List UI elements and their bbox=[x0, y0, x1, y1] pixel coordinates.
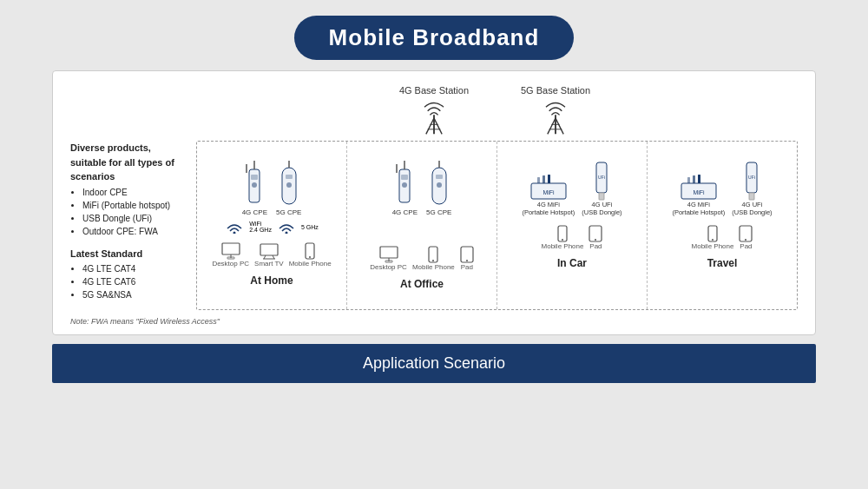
svg-line-2 bbox=[434, 118, 442, 134]
diagram: 4G Base Station 5G Base Station bbox=[70, 85, 798, 326]
footer-bar: Application Scenario bbox=[52, 344, 816, 383]
svg-rect-64 bbox=[749, 193, 754, 200]
scenario-in-car: MiFi 4G MiFi(Portable Hotspot) bbox=[497, 142, 648, 309]
standard-item-1: 4G LTE CAT4 bbox=[82, 262, 187, 275]
svg-rect-16 bbox=[286, 175, 293, 179]
main-card: 4G Base Station 5G Base Station bbox=[52, 70, 816, 335]
4g-cpe-icon bbox=[242, 161, 266, 208]
svg-line-1 bbox=[426, 118, 434, 134]
standards-list: 4G LTE CAT4 4G LTE CAT6 5G SA&NSA bbox=[70, 262, 187, 301]
svg-rect-31 bbox=[401, 175, 408, 180]
mobile-phone-travel-icon bbox=[707, 225, 718, 242]
scenario-travel: MiFi 4G MiFi(Portable Hotspot) bbox=[648, 142, 797, 309]
product-item-2: MiFi (Portable hotspot) bbox=[82, 199, 187, 212]
svg-point-45 bbox=[466, 260, 468, 261]
svg-point-37 bbox=[437, 182, 442, 188]
desktop-pc-office-col: Desktop PC bbox=[370, 246, 407, 271]
svg-rect-11 bbox=[251, 175, 258, 180]
wifi-5g-icon bbox=[277, 220, 296, 234]
svg-rect-48 bbox=[537, 177, 540, 183]
pad-car-icon bbox=[589, 225, 602, 242]
mobile-phone-office-col: Mobile Phone bbox=[412, 246, 455, 271]
in-car-4g-mifi: MiFi 4G MiFi(Portable Hotspot) bbox=[522, 175, 575, 216]
5g-base-station-label: 5G Base Station bbox=[521, 85, 590, 96]
info-panel: Diverse products, suitable for all types… bbox=[70, 141, 196, 310]
page-title: Mobile Broadband bbox=[294, 16, 575, 60]
product-item-3: USB Dongle (UFi) bbox=[82, 212, 187, 225]
5g-cpe-icon bbox=[277, 161, 301, 208]
travel-4g-mifi: MiFi 4G MiFi(Portable Hotspot) bbox=[672, 175, 725, 216]
smart-tv-col: Smart TV bbox=[254, 242, 284, 268]
mobile-phone-office-icon bbox=[428, 246, 438, 263]
pad-travel-col: Pad bbox=[739, 225, 753, 250]
travel-4g-ufi-icon: UFi bbox=[744, 162, 760, 201]
mobile-phone-icon-home bbox=[305, 242, 315, 260]
in-car-4g-ufi: UFi 4G UFi(USB Dongle) bbox=[582, 162, 621, 216]
svg-point-67 bbox=[712, 239, 713, 241]
latest-standard-title: Latest Standard bbox=[70, 247, 187, 261]
desktop-pc-office-icon bbox=[379, 246, 398, 263]
svg-point-69 bbox=[745, 239, 746, 241]
in-car-bottom-icons: Mobile Phone Pad bbox=[542, 225, 603, 250]
4g-tower-icon bbox=[418, 99, 450, 137]
at-office-4g-cpe: 4G CPE bbox=[392, 161, 418, 216]
pad-car-col: Pad bbox=[589, 225, 602, 250]
content-row: Diverse products, suitable for all types… bbox=[70, 141, 798, 310]
svg-line-6 bbox=[548, 118, 556, 134]
svg-line-7 bbox=[556, 118, 563, 134]
5g-tower-icon bbox=[539, 99, 572, 137]
svg-rect-21 bbox=[222, 243, 240, 254]
scenario-at-home: 4G CPE 5G CPE bbox=[197, 142, 347, 309]
travel-4g-mifi-icon: MiFi bbox=[681, 175, 717, 201]
svg-line-25 bbox=[264, 255, 266, 259]
svg-point-17 bbox=[286, 182, 292, 188]
svg-point-29 bbox=[309, 256, 311, 258]
product-item-4: Outdoor CPE: FWA bbox=[82, 225, 187, 238]
product-item-1: Indoor CPE bbox=[82, 186, 187, 199]
desktop-pc-col: Desktop PC bbox=[212, 242, 249, 268]
scenario-at-office: 4G CPE 5G CPE bbox=[347, 142, 497, 309]
svg-point-32 bbox=[402, 182, 407, 188]
svg-point-57 bbox=[595, 239, 596, 241]
svg-rect-52 bbox=[599, 193, 604, 200]
svg-line-26 bbox=[273, 255, 274, 259]
svg-text:UFi: UFi bbox=[749, 175, 756, 180]
svg-point-43 bbox=[432, 260, 434, 261]
svg-rect-60 bbox=[687, 177, 690, 183]
fwa-note: Note: FWA means "Fixed Wireless Access" bbox=[70, 317, 798, 326]
at-office-title: At Office bbox=[400, 278, 444, 290]
base-stations-row: 4G Base Station 5G Base Station bbox=[70, 85, 798, 137]
4g-base-station-label: 4G Base Station bbox=[399, 85, 469, 96]
standard-item-2: 4G LTE CAT6 bbox=[82, 275, 187, 288]
travel-4g-ufi: UFi 4G UFi(USB Dongle) bbox=[732, 162, 772, 216]
in-car-title: In Car bbox=[557, 257, 587, 269]
svg-rect-62 bbox=[698, 175, 700, 183]
travel-title: Travel bbox=[707, 257, 738, 269]
wifi-24g-icon bbox=[225, 220, 244, 234]
svg-rect-50 bbox=[548, 175, 550, 183]
svg-point-19 bbox=[233, 232, 236, 235]
at-office-bottom-icons: Desktop PC Mobile Phone bbox=[370, 246, 474, 271]
scenarios-box: 4G CPE 5G CPE bbox=[196, 141, 798, 310]
mobile-phone-car-icon bbox=[557, 225, 568, 242]
footer-title: Application Scenario bbox=[363, 354, 505, 372]
mobile-phone-car-col: Mobile Phone bbox=[542, 225, 584, 250]
svg-point-12 bbox=[252, 182, 257, 188]
svg-point-55 bbox=[562, 239, 563, 241]
svg-rect-61 bbox=[693, 175, 695, 183]
4g-base-station: 4G Base Station bbox=[399, 85, 469, 137]
desktop-pc-icon bbox=[221, 242, 240, 260]
mobile-phone-col-home: Mobile Phone bbox=[289, 242, 332, 268]
svg-text:MiFi: MiFi bbox=[693, 189, 705, 195]
at-home-bottom-icons: Desktop PC Smart TV bbox=[212, 242, 331, 268]
at-home-4g-cpe: 4G CPE bbox=[242, 161, 267, 216]
svg-text:UFi: UFi bbox=[599, 175, 606, 180]
standard-item-3: 5G SA&NSA bbox=[82, 288, 187, 301]
svg-point-20 bbox=[285, 232, 287, 235]
svg-rect-39 bbox=[380, 247, 398, 258]
svg-text:MiFi: MiFi bbox=[542, 189, 555, 195]
pad-office-col: Pad bbox=[460, 246, 474, 271]
5g-base-station: 5G Base Station bbox=[521, 85, 590, 137]
wifi-row: WiFi2.4 GHz 5 GHz bbox=[225, 220, 319, 234]
at-office-5g-cpe: 5G CPE bbox=[426, 161, 451, 216]
